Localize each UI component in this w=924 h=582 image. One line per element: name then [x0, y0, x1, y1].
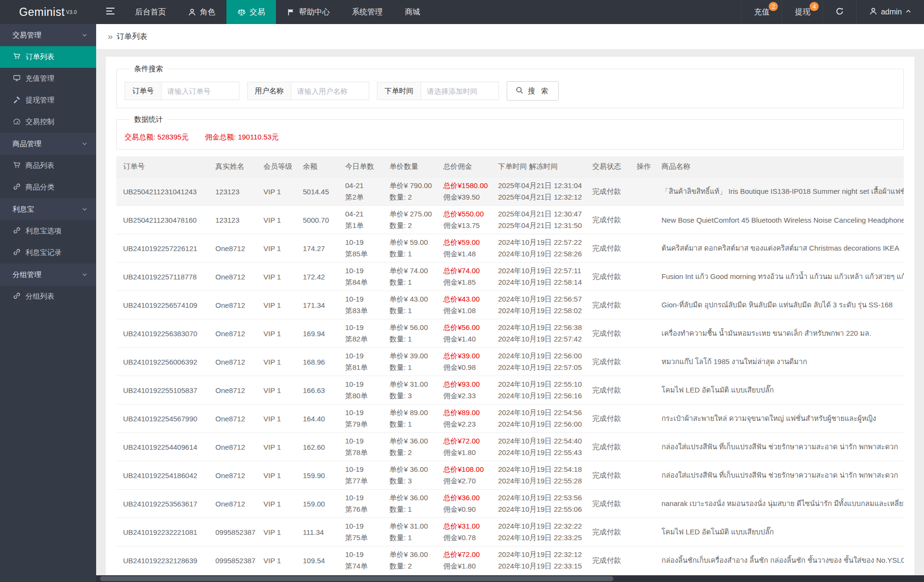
sidebar-item-interest-options[interactable]: 利息宝选项	[0, 220, 96, 242]
nav-item-trade[interactable]: 交易	[226, 0, 276, 24]
cell-action	[630, 518, 655, 546]
cell-real-name: One8712	[209, 348, 257, 376]
cell-product-name: กระเป๋าผ้าสะพายใหล่ ความจุขนาดใหญ่ แฟชั่…	[655, 405, 904, 433]
table-row: UB2410192254409614 One8712 VIP 1 162.60 …	[116, 433, 904, 461]
column-header: 真实姓名	[209, 156, 257, 177]
person-icon	[188, 8, 196, 16]
sidebar-item-label: 利息宝选项	[25, 227, 62, 236]
cell-price-qty: 单价¥ 89.00 数量: 1	[383, 405, 437, 433]
horizontal-scrollbar[interactable]	[96, 575, 924, 582]
order-index: 第78单	[345, 447, 376, 458]
cell-trade-status: 完成付款	[586, 177, 630, 206]
sidebar-item-goods-category[interactable]: 商品分类	[0, 177, 96, 198]
sidebar-group-interest-treasure[interactable]: 利息宝	[0, 198, 96, 220]
table-row: UB2410192256006392 One8712 VIP 1 168.96 …	[116, 348, 904, 376]
table-header: 订单号真实姓名会员等级余额今日单数单价数量总价佣金下单时间 解冻时间交易状态操作…	[116, 156, 904, 177]
nav-item-label: 系统管理	[352, 7, 383, 17]
table-row: UB2410192254567990 One8712 VIP 1 164.40 …	[116, 405, 904, 433]
withdraw-button[interactable]: 提现 4	[782, 0, 823, 24]
unfreeze-time: 2024年10月19日 22:55:28	[498, 475, 579, 487]
order-time-input[interactable]	[421, 82, 499, 100]
sidebar-item-withdraw-manage[interactable]: 提现管理	[0, 89, 96, 111]
cell-trade-status: 完成付款	[586, 461, 630, 490]
cell-member-level: VIP 1	[257, 234, 296, 263]
unit-price: 单价¥ 56.00	[389, 322, 430, 333]
sidebar-item-recharge-manage[interactable]: 充值管理	[0, 68, 96, 89]
quantity: 数量: 2	[389, 560, 430, 572]
sidebar-group-trade-manage[interactable]: 交易管理	[0, 24, 96, 46]
table-body: UB2504211231041243 123123 VIP 1 5014.45 …	[116, 177, 904, 582]
column-header: 下单时间 解冻时间	[491, 156, 586, 177]
sidebar-item-order-list[interactable]: 订单列表	[0, 46, 96, 68]
search-button[interactable]: 搜 索	[507, 81, 559, 101]
cell-member-level: VIP 1	[257, 319, 296, 348]
column-header: 商品名称	[655, 156, 904, 177]
unfreeze-time: 2024年10月19日 22:56:00	[498, 418, 579, 430]
cell-member-level: VIP 1	[257, 376, 296, 405]
hamburger-icon	[106, 7, 115, 17]
unfreeze-time: 2024年10月19日 22:58:02	[498, 305, 579, 316]
nav-item-roles[interactable]: 角色	[177, 0, 226, 24]
sidebar-item-interest-records[interactable]: 利息宝记录	[0, 242, 96, 264]
sidebar-item-label: 商品列表	[25, 161, 54, 170]
sidebar-group-group-manage[interactable]: 分组管理	[0, 264, 96, 286]
refresh-button[interactable]	[823, 0, 856, 24]
stats-line: 交易总额: 528395元 佣金总额: 190110.53元	[125, 130, 896, 142]
order-date: 10-19	[345, 265, 376, 277]
cell-trade-status: 完成付款	[586, 546, 630, 575]
recharge-button[interactable]: 充值 2	[741, 0, 782, 24]
cell-total-commission: 总价¥74.00 佣金¥1.85	[437, 263, 491, 291]
nav-item-help-center[interactable]: 帮助中心	[276, 0, 341, 24]
breadcrumb-icon: »	[108, 31, 113, 42]
nav-item-home[interactable]: 后台首页	[124, 0, 177, 24]
unfreeze-time: 2025年04月21日 12:32:12	[498, 191, 579, 203]
total-price: 总价¥72.00	[443, 435, 485, 447]
nav-item-mall[interactable]: 商城	[394, 0, 431, 24]
cell-today-orders: 04-21 第2单	[338, 177, 383, 206]
chevron-up-icon	[905, 8, 912, 16]
cell-trade-status: 完成付款	[586, 206, 630, 234]
cell-action	[630, 263, 655, 291]
cell-order-no: UB2410192232128639	[116, 546, 209, 575]
quantity: 数量: 1	[389, 418, 430, 430]
table-row: UB2410192257226121 One8712 VIP 1 174.27 …	[116, 234, 904, 263]
scrollbar-thumb[interactable]	[100, 576, 613, 581]
sidebar-group-goods-manage[interactable]: 商品管理	[0, 133, 96, 155]
sidebar-item-goods-list[interactable]: 商品列表	[0, 155, 96, 177]
sidebar-item-trade-control[interactable]: 交易控制	[0, 111, 96, 133]
refresh-icon	[836, 7, 844, 17]
search-field-label: 订单号	[125, 82, 162, 100]
nav-item-label: 后台首页	[135, 7, 166, 17]
order-index: 第1单	[345, 220, 376, 231]
cell-today-orders: 10-19 第81单	[338, 348, 383, 376]
nav-item-system-manage[interactable]: 系统管理	[341, 0, 394, 24]
column-header: 订单号	[116, 156, 209, 177]
user-menu[interactable]: admin	[856, 0, 924, 24]
order-index: 第2单	[345, 191, 376, 203]
cell-balance: 162.60	[296, 433, 338, 461]
sidebar-item-group-list[interactable]: 分组列表	[0, 286, 96, 307]
quantity: 数量: 2	[389, 191, 430, 203]
order-time: 2025年04月21日 12:30:47	[498, 208, 579, 220]
search-field-order-no: 订单号	[125, 82, 239, 100]
table-row: UB2504211230478160 123123 VIP 1 5000.70 …	[116, 206, 904, 234]
cell-trade-status: 完成付款	[586, 518, 630, 546]
cell-balance: 159.00	[296, 490, 338, 518]
cell-times: 2024年10月19日 22:57:22 2024年10月19日 22:58:2…	[491, 234, 586, 263]
order-no-input[interactable]	[161, 82, 239, 100]
cell-price-qty: 单价¥ 59.00 数量: 1	[383, 234, 437, 263]
unit-price: 单价¥ 36.00	[389, 464, 430, 475]
user-name-input[interactable]	[291, 82, 369, 100]
cell-today-orders: 10-19 第84单	[338, 263, 383, 291]
cell-today-orders: 10-19 第76单	[338, 490, 383, 518]
unfreeze-time: 2025年04月21日 12:31:50	[498, 220, 579, 231]
cell-trade-status: 完成付款	[586, 234, 630, 263]
cell-order-no: UB2410192254186042	[116, 461, 209, 490]
cell-today-orders: 04-21 第1单	[338, 206, 383, 234]
main-content: » 订单列表 条件搜索 订单号用户名称下单时间搜 索 数据统计 交易总额: 52…	[96, 24, 924, 582]
withdraw-label: 提现	[795, 7, 810, 17]
sidebar-toggle-button[interactable]	[96, 0, 124, 24]
total-price: 总价¥59.00	[443, 237, 485, 248]
order-time: 2024年10月19日 22:54:18	[498, 464, 579, 475]
cell-times: 2024年10月19日 22:55:10 2024年10月19日 22:56:1…	[491, 376, 586, 405]
